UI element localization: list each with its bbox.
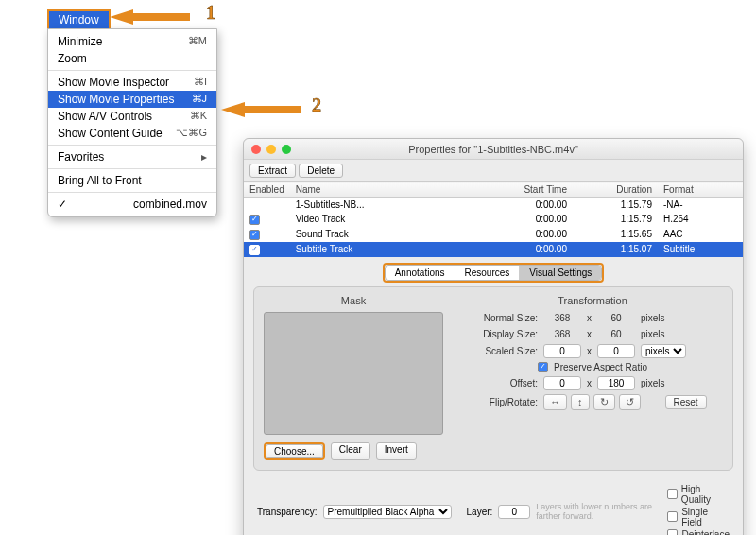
menu-separator [48, 168, 216, 169]
preserve-aspect-checkbox[interactable] [538, 362, 548, 372]
choose-button[interactable]: Choose... [266, 444, 323, 458]
mask-preview [264, 312, 443, 435]
preserve-aspect-label: Preserve Aspect Ratio [554, 362, 647, 372]
single-field-checkbox[interactable] [667, 511, 678, 522]
menu-separator [48, 192, 216, 193]
bottom-row: Transparency: Premultiplied Black Alpha … [244, 480, 743, 535]
checkbox-icon[interactable] [249, 215, 260, 225]
rotate-ccw-icon[interactable]: ↺ [619, 394, 641, 410]
titlebar: Properties for "1-Subtitles-NBC.m4v" [244, 139, 743, 160]
menu-item-combined-mov[interactable]: combined.mov [48, 196, 216, 213]
extract-button[interactable]: Extract [249, 164, 296, 178]
scaled-height-input[interactable] [597, 344, 635, 358]
menu-separator [48, 70, 216, 71]
menu-separator [48, 145, 216, 146]
window-title: Properties for "1-Subtitles-NBC.m4v" [244, 144, 743, 155]
clear-button[interactable]: Clear [331, 442, 370, 460]
transparency-label: Transparency: [257, 507, 318, 517]
menu-item-content-guide[interactable]: Show Content Guide⌥⌘G [48, 125, 216, 142]
menu-item-show-properties[interactable]: Show Movie Properties⌘J [48, 91, 216, 108]
callout-number-1: 1 [206, 2, 215, 24]
mask-title: Mask [264, 295, 443, 306]
offset-x-input[interactable] [543, 376, 581, 390]
table-row-selected[interactable]: Subtitle Track 0:00.00 1:15.07 Subtitle [244, 242, 743, 257]
callout-arrow-2 [221, 102, 245, 117]
callout-arrow-1 [110, 9, 133, 25]
table-row[interactable]: 1-Subtitles-NB... 0:00.00 1:15.79 -NA- [244, 198, 743, 213]
table-row[interactable]: Sound Track 0:00.00 1:15.65 AAC [244, 227, 743, 242]
reset-button[interactable]: Reset [665, 395, 707, 409]
col-format[interactable]: Format [658, 182, 743, 198]
transformation-title: Transformation [462, 295, 723, 306]
visual-settings-panel: Mask Choose... Clear Invert Transformati… [253, 286, 733, 471]
menu-title-window[interactable]: Window [47, 9, 111, 30]
tab-bar: Annotations Resources Visual Settings [244, 263, 743, 283]
window-menu: Minimize⌘M Zoom Show Movie Inspector⌘I S… [47, 28, 217, 217]
scaled-width-input[interactable] [543, 344, 581, 358]
col-name[interactable]: Name [290, 182, 488, 198]
normal-size-label: Normal Size: [462, 313, 538, 323]
scaled-size-label: Scaled Size: [462, 346, 538, 356]
menu-item-minimize[interactable]: Minimize⌘M [48, 33, 216, 50]
transparency-select[interactable]: Premultiplied Black Alpha [323, 505, 452, 519]
minimize-icon[interactable] [266, 145, 276, 154]
tab-annotations[interactable]: Annotations [386, 266, 455, 280]
track-table: Enabled Name Start Time Duration Format … [244, 181, 743, 257]
menu-item-show-av[interactable]: Show A/V Controls⌘K [48, 108, 216, 125]
col-enabled[interactable]: Enabled [244, 182, 290, 198]
layer-label: Layer: [467, 507, 493, 517]
flip-vertical-icon[interactable]: ↕ [571, 394, 590, 410]
menu-item-zoom[interactable]: Zoom [48, 50, 216, 67]
display-height: 60 [597, 328, 635, 340]
menu-item-favorites[interactable]: Favorites [48, 148, 216, 165]
deinterlace-checkbox[interactable] [667, 529, 678, 535]
menu-item-show-inspector[interactable]: Show Movie Inspector⌘I [48, 74, 216, 91]
delete-button[interactable]: Delete [299, 164, 343, 178]
callout-number-2: 2 [312, 95, 321, 116]
table-row[interactable]: Video Track 0:00.00 1:15.79 H.264 [244, 212, 743, 227]
flip-rotate-label: Flip/Rotate: [462, 397, 538, 407]
invert-button[interactable]: Invert [376, 442, 417, 460]
col-duration[interactable]: Duration [573, 182, 658, 198]
toolbar: Extract Delete [244, 160, 743, 181]
close-icon[interactable] [251, 145, 261, 154]
checkbox-icon[interactable] [249, 230, 260, 240]
offset-label: Offset: [462, 378, 538, 388]
checkbox-icon[interactable] [249, 245, 260, 255]
tab-visual-settings[interactable]: Visual Settings [520, 266, 601, 280]
normal-height: 60 [597, 312, 635, 324]
layer-stepper[interactable] [498, 505, 530, 519]
properties-window: Properties for "1-Subtitles-NBC.m4v" Ext… [243, 138, 744, 535]
flip-horizontal-icon[interactable]: ↔ [543, 394, 567, 410]
col-start[interactable]: Start Time [488, 182, 573, 198]
normal-width: 368 [543, 312, 581, 324]
tab-resources[interactable]: Resources [455, 266, 521, 280]
display-size-label: Display Size: [462, 329, 538, 339]
rotate-cw-icon[interactable]: ↻ [593, 394, 615, 410]
layer-note: Layers with lower numbers are farther fo… [536, 502, 662, 521]
zoom-icon[interactable] [282, 145, 291, 154]
menu-item-bring-front[interactable]: Bring All to Front [48, 172, 216, 189]
high-quality-checkbox[interactable] [667, 489, 677, 499]
offset-y-input[interactable] [597, 376, 635, 390]
unit-select[interactable]: pixels [641, 344, 686, 358]
display-width: 368 [543, 328, 581, 340]
